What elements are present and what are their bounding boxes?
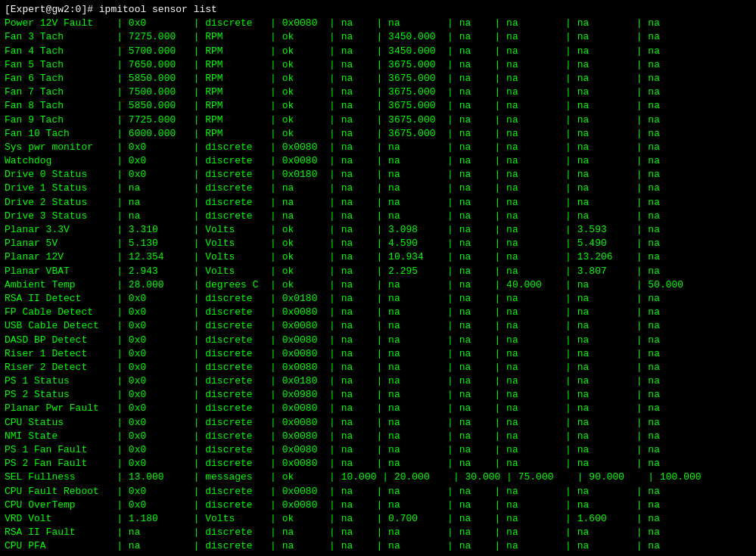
sensor-row: VRD Volt | 1.180 | Volts | ok | na | 0.7… <box>5 512 751 526</box>
sensor-row: PS 2 Fan Fault | 0x0 | discrete | 0x0080… <box>5 457 751 471</box>
sensor-row: USB Cable Detect | 0x0 | discrete | 0x00… <box>5 319 751 333</box>
sensor-row: Riser 2 Detect | 0x0 | discrete | 0x0080… <box>5 361 751 374</box>
sensor-row: Planar VBAT | 2.943 | Volts | ok | na | … <box>5 265 751 278</box>
sensor-row: RSA II Fault | na | discrete | na | na |… <box>5 526 751 539</box>
sensor-row: RSA II Detect | 0x0 | discrete | 0x0180 … <box>5 292 751 306</box>
sensor-row: Planar 12V | 12.354 | Volts | ok | na | … <box>5 250 751 264</box>
sensor-row: Fan 10 Tach | 6000.000 | RPM | ok | na |… <box>5 127 751 141</box>
sensor-row: CPU Fault Reboot | 0x0 | discrete | 0x00… <box>5 485 751 499</box>
sensor-row: NMI State | 0x0 | discrete | 0x0080 | na… <box>5 430 751 443</box>
sensor-row: Fan 4 Tach | 5700.000 | RPM | ok | na | … <box>5 45 751 58</box>
sensor-row: Ambient Temp | 28.000 | degrees C | ok |… <box>5 278 751 292</box>
sensor-row: Fan 5 Tach | 7650.000 | RPM | ok | na | … <box>5 58 751 72</box>
sensor-row: CPU OverTemp | 0x0 | discrete | 0x0080 |… <box>5 499 751 512</box>
sensor-row: Riser 1 Detect | 0x0 | discrete | 0x0080… <box>5 347 751 361</box>
sensor-row: Sys pwr monitor | 0x0 | discrete | 0x008… <box>5 141 751 154</box>
sensor-row: Planar 3.3V | 3.310 | Volts | ok | na | … <box>5 223 751 237</box>
terminal: [Expert@gw2:0]# ipmitool sensor listPowe… <box>0 0 756 556</box>
sensor-row: CPU PFA | na | discrete | na | na | na |… <box>5 539 751 553</box>
command-line: [Expert@gw2:0]# ipmitool sensor list <box>5 3 751 17</box>
sensor-row: PS 2 Status | 0x0 | discrete | 0x0980 | … <box>5 388 751 402</box>
sensor-row: PS 1 Status | 0x0 | discrete | 0x0180 | … <box>5 374 751 388</box>
sensor-row: CPU Status | 0x0 | discrete | 0x0080 | n… <box>5 416 751 430</box>
sensor-row: Power 12V Fault | 0x0 | discrete | 0x008… <box>5 17 751 30</box>
sensor-row: SEL Fullness | 13.000 | messages | ok | … <box>5 471 751 484</box>
sensor-row: Fan 6 Tach | 5850.000 | RPM | ok | na | … <box>5 72 751 85</box>
sensor-row: Drive 1 Status | na | discrete | na | na… <box>5 182 751 195</box>
sensor-row: FP Cable Detect | 0x0 | discrete | 0x008… <box>5 306 751 319</box>
sensor-row: Planar 5V | 5.130 | Volts | ok | na | 4.… <box>5 237 751 250</box>
sensor-row: Fan 9 Tach | 7725.000 | RPM | ok | na | … <box>5 113 751 127</box>
sensor-row: Planar Pwr Fault | 0x0 | discrete | 0x00… <box>5 402 751 415</box>
sensor-row: DASD BP Detect | 0x0 | discrete | 0x0080… <box>5 334 751 347</box>
sensor-row: Drive 2 Status | na | discrete | na | na… <box>5 196 751 210</box>
sensor-row: Fan 7 Tach | 7500.000 | RPM | ok | na | … <box>5 85 751 99</box>
sensor-row: PS 1 Fan Fault | 0x0 | discrete | 0x0080… <box>5 443 751 457</box>
sensor-row: Drive 3 Status | na | discrete | na | na… <box>5 210 751 223</box>
sensor-row: Drive 0 Status | 0x0 | discrete | 0x0180… <box>5 168 751 182</box>
sensor-row: Fan 3 Tach | 7275.000 | RPM | ok | na | … <box>5 30 751 44</box>
sensor-row: Fan 8 Tach | 5850.000 | RPM | ok | na | … <box>5 99 751 113</box>
sensor-row: Memory PFA | na | discrete | na | na | n… <box>5 554 751 557</box>
sensor-row: Watchdog | 0x0 | discrete | 0x0080 | na … <box>5 154 751 168</box>
